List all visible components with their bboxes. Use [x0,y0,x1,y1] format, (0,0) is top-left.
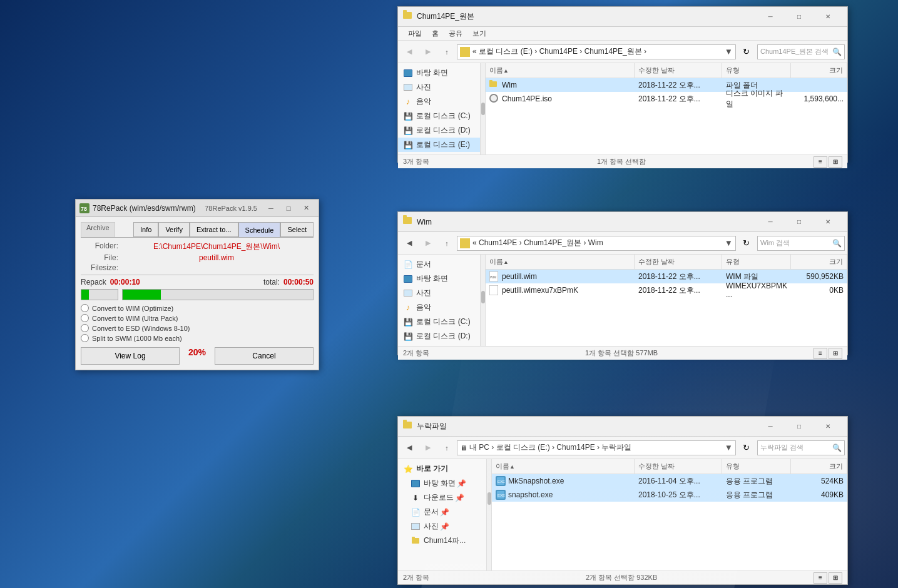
search-bar-wim[interactable]: Wim 검색 🔍 [757,236,845,251]
schedule-button[interactable]: Schedule [238,222,281,237]
refresh-wim-button[interactable]: ↻ [738,236,753,251]
file-row-wimexu[interactable]: peutill.wimexu7xBPmK 2018-11-22 오후... WI… [486,283,847,297]
sidebar-item-desktop[interactable]: 바탕 화면 [398,66,485,80]
repack-close-button[interactable]: ✕ [297,201,315,215]
verify-button[interactable]: Verify [158,222,190,237]
wim-header-name[interactable]: 이름 ▲ [486,255,635,269]
ribbon-tab-share[interactable]: 공유 [444,28,467,39]
dl-header-date[interactable]: 수정한 날짜 [635,459,722,474]
maximize-wim-button[interactable]: □ [785,212,814,232]
sidebar-item-photo[interactable]: 사진 [398,80,485,94]
radio-item-wim-optimize[interactable]: Convert to WIM (Optimize) [81,304,314,312]
search-bar[interactable]: Chum14PE_원본 검색 🔍 [757,44,845,59]
back-wim-button[interactable]: ◀ [401,235,418,252]
file-row-mksnapshot[interactable]: EXE MkSnapshot.exe 2016-11-04 오후... 응용 프… [492,474,847,488]
search-icon[interactable]: 🔍 [832,48,842,56]
detail-view-wim-button[interactable]: ⊞ [829,348,842,359]
header-type[interactable]: 유형 [722,63,791,78]
back-download-button[interactable]: ◀ [401,439,418,457]
sidebar-wim-desktop[interactable]: 바탕 화면 [398,271,485,286]
sidebar-dl-doc[interactable]: 📄 문서 📌 [398,505,491,519]
search-bar-download[interactable]: 누락파일 검색 🔍 [757,440,845,455]
list-view-wim-button[interactable]: ≡ [814,348,827,359]
header-date[interactable]: 수정한 날짜 [635,63,722,78]
sidebar-dl-scrollbar[interactable] [486,459,491,570]
viewlog-button[interactable]: View Log [81,347,180,365]
maximize-download-button[interactable]: □ [785,417,814,437]
ribbon-tab-view[interactable]: 보기 [467,28,491,39]
maximize-button[interactable]: □ [785,7,814,27]
file-row-peutill-wim[interactable]: WIM peutill.wim 2018-11-22 오후... WIM 파일 … [486,270,847,283]
extract-to-button[interactable]: Extract to... [190,222,238,237]
ribbon-tab-file[interactable]: 파일 [403,28,427,39]
forward-button[interactable]: ▶ [419,43,437,61]
forward-wim-button[interactable]: ▶ [419,235,437,252]
sidebar-wim-doc[interactable]: 📄 문서 [398,257,485,271]
address-dropdown-download-button[interactable]: ▼ [725,443,733,452]
refresh-button[interactable]: ↻ [738,44,753,59]
address-bar-download[interactable]: 🖥 내 PC › 로컬 디스크 (E:) › Chum14PE › 누락파일 ▼ [457,440,736,455]
address-dropdown-wim-button[interactable]: ▼ [725,238,733,248]
address-bar[interactable]: « 로컬 디스크 (E:) › Chum14PE › Chum14PE_원본 ›… [457,44,736,59]
back-button[interactable]: ◀ [401,43,418,61]
sidebar-wim-drive-d[interactable]: 💾 로컬 디스크 (D:) [398,329,485,343]
minimize-wim-button[interactable]: ─ [756,212,785,232]
minimize-download-button[interactable]: ─ [756,417,785,437]
wim-header-type[interactable]: 유형 [722,255,791,269]
dl-header-type[interactable]: 유형 [722,459,791,474]
sidebar-item-drive-c[interactable]: 💾 로컬 디스크 (C:) [398,109,485,123]
sidebar-dl-photo[interactable]: 사진 📌 [398,519,491,534]
file-row-iso[interactable]: Chum14PE.iso 2018-11-22 오후... 디스크 이미지 파일… [486,92,847,106]
close-download-button[interactable]: ✕ [814,417,842,437]
sidebar-dl-downloads[interactable]: ⬇ 다운로드 📌 [398,490,491,505]
sidebar-wim-drive-c[interactable]: 💾 로컬 디스크 (C:) [398,315,485,329]
file-row-snapshot[interactable]: EXE snapshot.exe 2018-10-25 오후... 응용 프로그… [492,488,847,502]
repack-maximize-button[interactable]: □ [280,201,297,215]
sidebar-dl-chum14[interactable]: Chum14파... [398,534,491,548]
address-bar-wim[interactable]: « Chum14PE › Chum14PE_원본 › Wim ▼ [457,236,736,251]
select-button[interactable]: Select [280,222,314,237]
sidebar-item-drive-d[interactable]: 💾 로컬 디스크 (D:) [398,123,485,138]
info-button[interactable]: Info [133,222,158,237]
radio-item-esd[interactable]: Convert to ESD (Windows 8-10) [81,324,314,332]
up-button[interactable]: ↑ [438,43,456,61]
sidebar-wim-scrollbar[interactable] [480,255,485,346]
radio-item-wim-ultra[interactable]: Convert to WIM (Ultra Pack) [81,314,314,322]
up-wim-button[interactable]: ↑ [438,235,456,252]
close-wim-button[interactable]: ✕ [814,212,842,232]
wim-header-date[interactable]: 수정한 날짜 [635,255,722,269]
repack-minimize-button[interactable]: ─ [262,201,280,215]
detail-view-download-button[interactable]: ⊞ [829,572,842,584]
cancel-button[interactable]: Cancel [215,347,314,365]
dl-header-name[interactable]: 이름 ▲ [492,459,635,474]
ribbon-tab-home[interactable]: 홈 [427,28,444,39]
radio-esd[interactable] [81,324,89,332]
search-wim-icon[interactable]: 🔍 [832,239,842,248]
minimize-button[interactable]: ─ [756,7,785,27]
list-view-download-button[interactable]: ≡ [814,572,827,584]
radio-swm[interactable] [81,334,89,342]
sidebar-dl-quickaccess[interactable]: ⭐ 바로 가기 [398,462,491,476]
wim-header-size[interactable]: 크기 [791,255,847,269]
sidebar-item-drive-e[interactable]: 💾 로컬 디스크 (E:) [398,138,485,152]
address-dropdown-button[interactable]: ▼ [725,47,733,56]
sidebar-dl-desktop[interactable]: 바탕 화면 📌 [398,476,491,490]
radio-wim-optimize[interactable] [81,304,89,312]
file-row-wim[interactable]: Wim 2018-11-22 오후... 파일 폴더 [486,78,847,92]
detail-view-button[interactable]: ⊞ [829,156,842,168]
header-name[interactable]: 이름 ▲ [486,63,635,78]
close-button[interactable]: ✕ [814,7,842,27]
sidebar-wim-photo[interactable]: 사진 [398,286,485,300]
dl-header-size[interactable]: 크기 [791,459,847,474]
radio-wim-ultra[interactable] [81,314,89,322]
search-download-icon[interactable]: 🔍 [832,444,842,452]
radio-item-swm[interactable]: Split to SWM (1000 Mb each) [81,334,314,342]
up-download-button[interactable]: ↑ [438,439,456,457]
header-size[interactable]: 크기 [791,63,847,78]
sidebar-wim-music[interactable]: ♪ 음악 [398,300,485,315]
sidebar-item-music[interactable]: ♪ 음악 [398,94,485,109]
list-view-button[interactable]: ≡ [814,156,827,168]
forward-download-button[interactable]: ▶ [419,439,437,457]
refresh-download-button[interactable]: ↻ [738,440,753,455]
sidebar-scrollbar[interactable] [480,63,485,155]
